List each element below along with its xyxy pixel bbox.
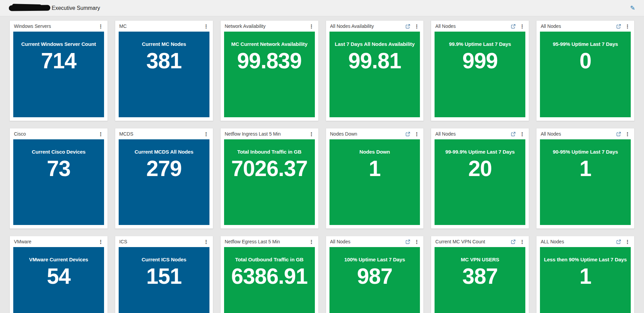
kebab-menu-icon[interactable]: ⋮ (204, 132, 209, 137)
kebab-menu-icon[interactable]: ⋮ (309, 132, 314, 137)
metric-tile[interactable]: 90-95% Uptime Last 7 Days 1 (540, 139, 631, 225)
card-header: MCDS ⋮ (115, 128, 213, 139)
metric-label: Total Inbound Traffic in GB (227, 149, 312, 155)
card-all-nodes-90-95-uptime: All Nodes ⋮ 90-95% Uptime Last 7 Days 1 (536, 128, 634, 229)
metric-label: Current ICS Nodes (121, 257, 207, 262)
redacted-title-prefix (9, 5, 50, 11)
card-header: All Nodes ⋮ (326, 236, 424, 246)
card-header: All Nodes ⋮ (431, 128, 529, 139)
card-mc-vpn-count: Current MC VPN Count ⋮ MC VPN USERS 387 (431, 236, 529, 313)
metric-value: 7026.37 (227, 157, 312, 180)
card-header: ICS ⋮ (115, 236, 213, 246)
card-header: Netflow Egress Last 5 Min ⋮ (221, 236, 318, 246)
kebab-menu-icon[interactable]: ⋮ (414, 239, 419, 244)
open-in-new-window-icon[interactable] (616, 240, 621, 244)
metric-value: 20 (437, 157, 523, 180)
open-in-new-window-icon[interactable] (406, 240, 410, 244)
metric-tile[interactable]: Last 7 Days All Nodes Availability 99.81 (329, 32, 420, 117)
metric-label: MC Current Network Availability (227, 41, 312, 47)
card-title: Netflow Ingress Last 5 Min (225, 131, 307, 137)
card-all-nodes-100-uptime: All Nodes ⋮ 100% Uptime Last 7 Days 987 (326, 236, 424, 313)
kebab-menu-icon[interactable]: ⋮ (414, 24, 419, 29)
card-windows-servers: Windows Servers ⋮ Current Windows Server… (10, 20, 108, 121)
kebab-menu-icon[interactable]: ⋮ (98, 24, 103, 29)
metric-tile[interactable]: Nodes Down 1 (329, 139, 420, 225)
card-title: All Nodes Availability (330, 23, 404, 29)
kebab-menu-icon[interactable]: ⋮ (204, 24, 209, 29)
open-in-new-window-icon[interactable] (511, 132, 515, 136)
metric-tile[interactable]: Total Outbound Traffic in GB 6386.91 (224, 247, 315, 313)
metric-value: 0 (543, 50, 628, 72)
card-header: All Nodes ⋮ (537, 21, 634, 31)
kebab-menu-icon[interactable]: ⋮ (204, 239, 209, 244)
card-mcds: MCDS ⋮ Current MCDS All Nodes 279 (115, 128, 213, 229)
card-title: All Nodes (435, 131, 509, 137)
metric-tile[interactable]: 100% Uptime Last 7 Days 987 (329, 247, 420, 313)
metric-label: Nodes Down (332, 149, 418, 155)
kebab-menu-icon[interactable]: ⋮ (98, 239, 103, 244)
kebab-menu-icon[interactable]: ⋮ (309, 24, 314, 29)
open-in-new-window-icon[interactable] (511, 24, 515, 29)
card-header: Windows Servers ⋮ (10, 21, 107, 31)
kebab-menu-icon[interactable]: ⋮ (309, 239, 314, 244)
kebab-menu-icon[interactable]: ⋮ (625, 24, 630, 29)
card-title: All Nodes (541, 131, 614, 137)
card-title: ICS (119, 239, 202, 244)
card-netflow-ingress: Netflow Ingress Last 5 Min ⋮ Total Inbou… (220, 128, 319, 229)
metric-label: Current Windows Server Count (16, 41, 101, 47)
card-header: All Nodes Availability ⋮ (326, 21, 424, 31)
kebab-menu-icon[interactable]: ⋮ (520, 132, 525, 137)
open-in-new-window-icon[interactable] (511, 240, 515, 244)
card-cisco: Cisco ⋮ Current Cisco Devices 73 (10, 128, 108, 229)
metric-tile[interactable]: Current ICS Nodes 151 (119, 247, 209, 313)
kebab-menu-icon[interactable]: ⋮ (414, 132, 419, 137)
metric-tile[interactable]: MC Current Network Availability 99.839 (224, 32, 315, 117)
metric-tile[interactable]: 99-99.9% Uptime Last 7 Days 20 (435, 139, 525, 225)
metric-tile[interactable]: 95-99% Uptime Last 7 Days 0 (540, 32, 631, 117)
open-in-new-window-icon[interactable] (616, 132, 621, 136)
metric-label: 100% Uptime Last 7 Days (332, 257, 418, 262)
card-all-nodes-99-999-uptime: All Nodes ⋮ 99-99.9% Uptime Last 7 Days … (431, 128, 529, 229)
metric-tile[interactable]: Current MC Nodes 381 (119, 32, 209, 117)
card-title: Netflow Egress Last 5 Min (225, 239, 307, 244)
metric-label: 99-99.9% Uptime Last 7 Days (437, 149, 523, 155)
card-header: Cisco ⋮ (10, 128, 107, 139)
metric-tile[interactable]: Current Windows Server Count 714 (13, 32, 104, 117)
card-vmware: VMware ⋮ VMware Current Devices 54 (10, 236, 108, 313)
edit-pencil-icon[interactable]: ✎ (630, 5, 635, 11)
metric-value: 73 (16, 157, 101, 180)
card-network-availability: Network Availability ⋮ MC Current Networ… (220, 20, 319, 121)
open-in-new-window-icon[interactable] (406, 132, 410, 136)
metric-tile[interactable]: Less then 90% Uptime Last 7 Days 1 (540, 247, 631, 313)
metric-tile[interactable]: Total Inbound Traffic in GB 7026.37 (224, 139, 315, 225)
metric-tile[interactable]: Current MCDS All Nodes 279 (119, 139, 209, 225)
card-title: All Nodes (330, 239, 404, 244)
kebab-menu-icon[interactable]: ⋮ (520, 239, 525, 244)
metric-tile[interactable]: MC VPN USERS 387 (435, 247, 525, 313)
card-nodes-down: Nodes Down ⋮ Nodes Down 1 (326, 128, 424, 229)
metric-label: 99.9% Uptime Last 7 Days (437, 41, 523, 47)
page-title: Executive Summary (52, 5, 100, 11)
card-title: VMware (14, 239, 96, 244)
kebab-menu-icon[interactable]: ⋮ (98, 132, 103, 137)
open-in-new-window-icon[interactable] (406, 24, 410, 29)
kebab-menu-icon[interactable]: ⋮ (625, 132, 630, 137)
open-in-new-window-icon[interactable] (616, 24, 621, 29)
card-title: Network Availability (225, 23, 307, 29)
metric-tile[interactable]: VMware Current Devices 54 (13, 247, 104, 313)
card-header: All Nodes ⋮ (537, 128, 634, 139)
metric-value: 987 (332, 265, 418, 288)
metric-label: MC VPN USERS (437, 257, 523, 262)
card-title: Current MC VPN Count (435, 239, 509, 244)
metric-label: Last 7 Days All Nodes Availability (332, 41, 418, 47)
kebab-menu-icon[interactable]: ⋮ (520, 24, 525, 29)
card-mc: MC ⋮ Current MC Nodes 381 (115, 20, 213, 121)
metric-value: 99.81 (332, 50, 418, 72)
metric-label: Current MC Nodes (121, 41, 207, 47)
metric-tile[interactable]: Current Cisco Devices 73 (13, 139, 104, 225)
metric-tile[interactable]: 99.9% Uptime Last 7 Days 999 (435, 32, 525, 117)
kebab-menu-icon[interactable]: ⋮ (625, 239, 630, 244)
metric-value: 1 (332, 157, 418, 180)
metric-value: 151 (121, 265, 207, 288)
card-all-nodes-999-uptime: All Nodes ⋮ 99.9% Uptime Last 7 Days 999 (431, 20, 529, 121)
